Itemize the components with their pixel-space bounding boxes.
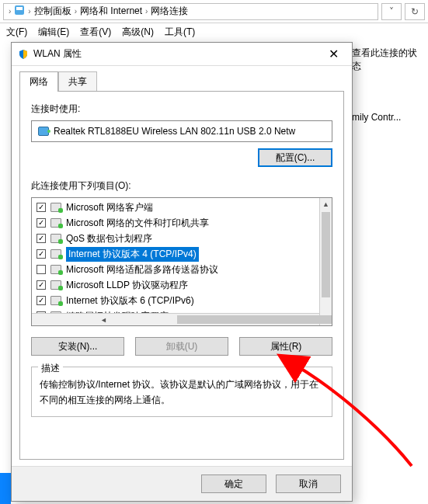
menu-view[interactable]: 查看(V): [80, 26, 111, 39]
description-legend: 描述: [38, 360, 63, 376]
protocol-icon: [50, 203, 61, 212]
horizontal-scrollbar[interactable]: ◄ ►: [32, 313, 319, 325]
uninstall-button: 卸载(U): [135, 337, 228, 356]
tab-network[interactable]: 网络: [19, 71, 58, 92]
svg-rect-1: [16, 7, 23, 10]
list-item-label: Internet 协议版本 6 (TCP/IPv6): [66, 294, 194, 308]
install-button[interactable]: 安装(N)...: [31, 337, 124, 356]
shield-icon: [18, 49, 29, 60]
tab-strip: 网络 共享: [12, 66, 352, 91]
wlan-properties-dialog: WLAN 属性 ✕ 网络 共享 连接时使用: Realtek RTL8188EU…: [11, 42, 353, 502]
item-action-row: 安装(N)... 卸载(U) 属性(R): [31, 337, 332, 356]
adapter-box: Realtek RTL8188EU Wireless LAN 802.11n U…: [31, 120, 332, 142]
dropdown-icon[interactable]: ˅: [381, 3, 402, 20]
connect-using-label: 连接时使用:: [31, 103, 332, 116]
list-item[interactable]: Internet 协议版本 6 (TCP/IPv6): [32, 293, 319, 308]
network-adapter-icon: [38, 127, 49, 136]
items-label: 此连接使用下列项目(O):: [31, 179, 332, 193]
checkbox[interactable]: [37, 203, 46, 212]
scroll-left-icon[interactable]: ◄: [32, 314, 176, 326]
scrollbar-thumb[interactable]: [322, 212, 330, 297]
dialog-title: WLAN 属性: [33, 47, 321, 61]
menu-advanced[interactable]: 高级(N): [122, 26, 154, 39]
icon-control-panel: [14, 5, 25, 18]
list-item-label: Microsoft LLDP 协议驱动程序: [66, 279, 188, 292]
menu-tools[interactable]: 工具(T): [165, 26, 195, 39]
description-text: 传输控制协议/Internet 协议。该协议是默认的广域网络协议，用于在不同的相…: [40, 377, 324, 408]
menu-file[interactable]: 文(F): [6, 26, 27, 39]
protocol-icon: [50, 218, 61, 228]
menu-edit[interactable]: 编辑(E): [38, 26, 69, 39]
protocol-icon: [50, 249, 61, 259]
list-item-label: Microsoft 网络客户端: [66, 201, 153, 214]
refresh-icon[interactable]: ↻: [405, 3, 425, 20]
right-column: 查看此连接的状态 mily Contr...: [352, 47, 422, 123]
list-item[interactable]: Microsoft LLDP 协议驱动程序: [32, 277, 319, 293]
selection-strip: [0, 473, 11, 504]
close-button[interactable]: ✕: [321, 46, 346, 63]
scrollbar-thumb[interactable]: [177, 315, 332, 324]
cancel-button[interactable]: 取消: [276, 474, 341, 493]
checkbox[interactable]: [37, 218, 46, 228]
adapter-name: Realtek RTL8188EU Wireless LAN 802.11n U…: [54, 126, 295, 137]
list-item[interactable]: Microsoft 网络客户端: [32, 200, 319, 215]
chevron-right-icon: ›: [145, 7, 148, 16]
protocol-icon: [50, 234, 61, 243]
checkbox[interactable]: [37, 265, 46, 274]
checkbox[interactable]: [37, 249, 46, 259]
protocol-icon: [50, 280, 61, 290]
list-item-label: QoS 数据包计划程序: [66, 232, 152, 245]
description-group: 描述 传输控制协议/Internet 协议。该协议是默认的广域网络协议，用于在不…: [31, 367, 332, 417]
vertical-scrollbar[interactable]: ▲ ▼: [319, 198, 332, 325]
chevron-right-icon: ›: [75, 7, 77, 16]
list-item-label: Internet 协议版本 4 (TCP/IPv4): [66, 247, 199, 262]
configure-button[interactable]: 配置(C)...: [258, 148, 332, 167]
dialog-button-row: 确定 取消: [12, 466, 352, 501]
status-link[interactable]: 查看此连接的状态: [352, 47, 422, 73]
breadcrumb[interactable]: › › 控制面板 › 网络和 Internet › 网络连接: [3, 3, 378, 20]
title-bar: WLAN 属性 ✕: [12, 43, 352, 66]
list-item[interactable]: Internet 协议版本 4 (TCP/IPv4): [32, 246, 319, 262]
breadcrumb-item[interactable]: 控制面板: [34, 5, 71, 18]
checkbox[interactable]: [37, 234, 46, 243]
breadcrumb-item[interactable]: 网络连接: [151, 5, 188, 18]
ok-button[interactable]: 确定: [201, 474, 266, 493]
protocol-icon: [50, 296, 61, 305]
protocol-icon: [50, 265, 61, 274]
menu-bar: 文(F) 编辑(E) 查看(V) 高级(N) 工具(T): [0, 23, 428, 40]
chevron-right-icon: ›: [9, 7, 11, 16]
list-item-label: Microsoft 网络适配器多路传送器协议: [66, 263, 218, 276]
scroll-up-icon[interactable]: ▲: [320, 198, 332, 210]
chevron-right-icon: ›: [28, 7, 30, 16]
breadcrumb-item[interactable]: 网络和 Internet: [80, 5, 142, 18]
address-bar: › › 控制面板 › 网络和 Internet › 网络连接 ˅ ↻: [0, 0, 428, 23]
truncated-text: mily Contr...: [352, 112, 422, 123]
properties-button[interactable]: 属性(R): [239, 337, 332, 356]
list-item[interactable]: QoS 数据包计划程序: [32, 231, 319, 246]
network-items-listbox[interactable]: Microsoft 网络客户端Microsoft 网络的文件和打印机共享QoS …: [31, 197, 332, 326]
list-item-label: Microsoft 网络的文件和打印机共享: [66, 217, 209, 230]
checkbox[interactable]: [37, 280, 46, 290]
tab-share[interactable]: 共享: [58, 71, 97, 92]
list-item[interactable]: Microsoft 网络适配器多路传送器协议: [32, 262, 319, 277]
list-item[interactable]: Microsoft 网络的文件和打印机共享: [32, 215, 319, 231]
tab-content: 连接时使用: Realtek RTL8188EU Wireless LAN 80…: [19, 91, 344, 460]
checkbox[interactable]: [37, 296, 46, 305]
